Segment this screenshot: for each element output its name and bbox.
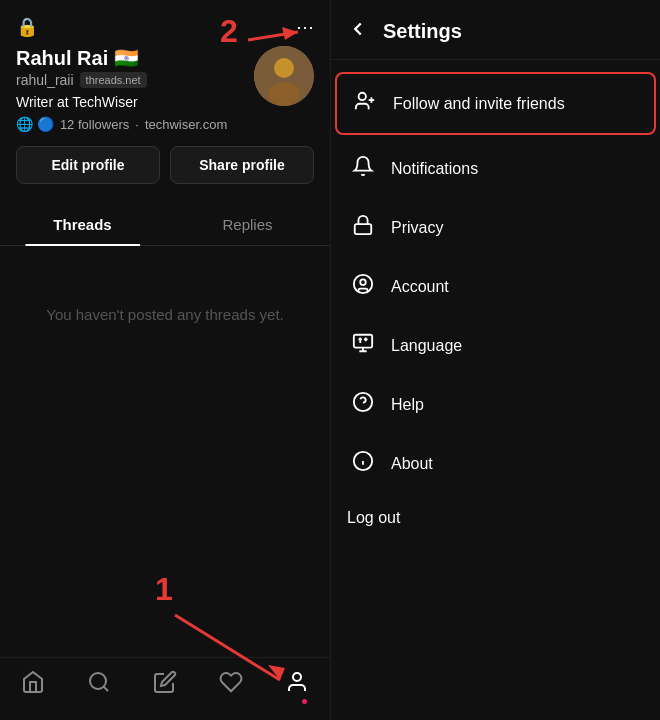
nav-home[interactable] [21,670,45,700]
compose-icon [153,670,177,700]
privacy-label: Privacy [391,219,443,237]
settings-item-notifications[interactable]: Notifications [335,139,656,198]
svg-point-1 [274,58,294,78]
profile-stats: 🌐 🔵 12 followers · techwiser.com [16,116,254,132]
account-icon [351,273,375,300]
website-link[interactable]: techwiser.com [145,117,227,132]
svg-point-9 [90,673,106,689]
account-label: Account [391,278,449,296]
profile-bio: Writer at TechWiser [16,94,254,110]
svg-point-17 [360,279,366,285]
bottom-nav [0,657,330,720]
profile-nav-icon [285,670,309,700]
settings-item-account[interactable]: Account [335,257,656,316]
svg-point-12 [359,93,366,100]
follow-icon [353,90,377,117]
handle-badge: threads.net [80,72,147,88]
settings-item-privacy[interactable]: Privacy [335,198,656,257]
language-icon [351,332,375,359]
heart-icon [219,670,243,700]
back-button[interactable] [347,18,369,45]
settings-item-help[interactable]: Help [335,375,656,434]
lock-icon: 🔒 [16,16,38,38]
profile-name: Rahul Rai 🇮🇳 [16,46,254,70]
nav-likes[interactable] [219,670,243,700]
followers-count[interactable]: 12 followers [60,117,129,132]
share-profile-button[interactable]: Share profile [170,146,314,184]
empty-message: You haven't posted any threads yet. [46,306,283,323]
logout-item[interactable]: Log out [331,493,660,543]
menu-icon[interactable]: ⋯ [296,16,314,38]
home-icon [21,670,45,700]
help-label: Help [391,396,424,414]
settings-list: Follow and invite friends Notifications … [331,60,660,720]
settings-item-follow[interactable]: Follow and invite friends [335,72,656,135]
svg-point-2 [268,82,300,106]
help-icon [351,391,375,418]
language-label: Language [391,337,462,355]
settings-title: Settings [383,20,462,43]
avatar [254,46,314,106]
logout-label: Log out [347,509,400,526]
svg-rect-18 [354,335,372,348]
tab-replies[interactable]: Replies [165,204,330,245]
info-icon [351,450,375,477]
nav-search[interactable] [87,670,111,700]
settings-item-about[interactable]: About [335,434,656,493]
tab-threads[interactable]: Threads [0,204,165,245]
settings-header: Settings [331,0,660,60]
nav-compose[interactable] [153,670,177,700]
tabs-row: Threads Replies [0,204,330,246]
follow-label: Follow and invite friends [393,95,565,113]
edit-profile-button[interactable]: Edit profile [16,146,160,184]
settings-item-language[interactable]: Language [335,316,656,375]
empty-content: You haven't posted any threads yet. [0,246,330,657]
svg-point-11 [293,673,301,681]
search-icon [87,670,111,700]
svg-line-10 [104,687,108,691]
bell-icon [351,155,375,182]
svg-rect-15 [355,224,372,234]
notifications-label: Notifications [391,160,478,178]
about-label: About [391,455,433,473]
profile-handle: rahul_raii threads.net [16,72,254,88]
nav-profile[interactable] [285,670,309,700]
notification-dot [302,699,307,704]
lock-settings-icon [351,214,375,241]
